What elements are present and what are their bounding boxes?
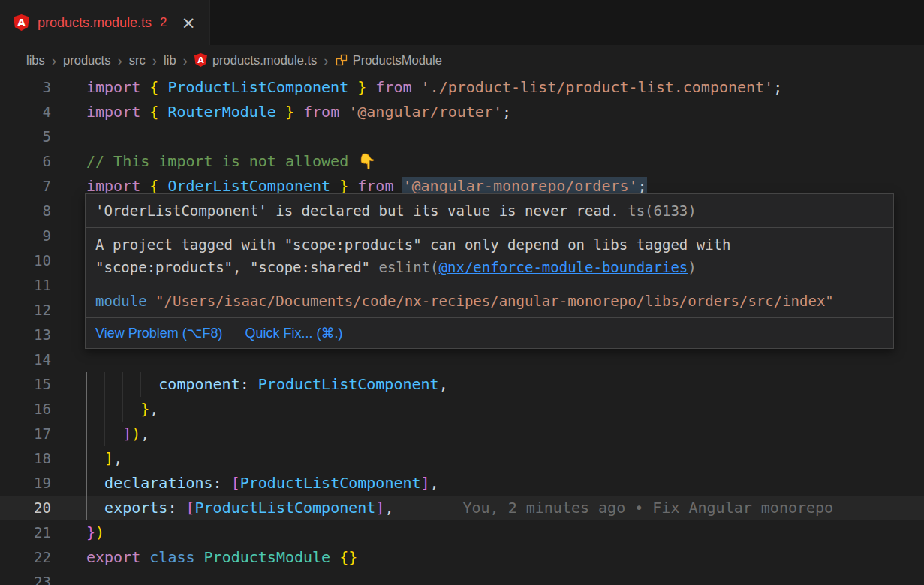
code-token: }: [140, 400, 149, 418]
code-token: component: [158, 375, 239, 393]
code-token: ProductListComponent: [240, 474, 421, 492]
code-line-22[interactable]: 22export class ProductsModule {}: [0, 545, 924, 570]
angular-icon: A: [14, 14, 29, 31]
code-token: ;: [502, 103, 511, 121]
code-line-17[interactable]: 17 ]),: [0, 422, 924, 446]
code-token: exports: [104, 499, 167, 517]
breadcrumb-label: ProductsModule: [353, 53, 442, 68]
code-token: {: [149, 78, 158, 96]
code-line-21[interactable]: 21}): [0, 520, 924, 545]
code-line-content[interactable]: import { ProductListComponent } from './…: [68, 75, 924, 100]
code-line-content[interactable]: import { RouterModule } from '@angular/r…: [68, 100, 924, 124]
breadcrumb-item-productsmodule[interactable]: ProductsModule: [336, 53, 442, 68]
breadcrumb-item-products-module-ts[interactable]: Aproducts.module.ts: [194, 53, 317, 68]
code-token: import: [86, 177, 149, 195]
code-token: [: [231, 474, 240, 492]
line-number[interactable]: 16: [0, 397, 68, 422]
close-icon[interactable]: ×: [182, 14, 196, 32]
indent-guide: [122, 397, 123, 422]
indent-guide: [104, 422, 105, 446]
line-number[interactable]: 9: [0, 224, 68, 248]
code-line-18[interactable]: 18 ],: [0, 446, 924, 471]
class-symbol-icon: [336, 54, 348, 66]
code-line-content[interactable]: // This import is not allowed 👇: [68, 149, 924, 174]
code-line-content[interactable]: [68, 124, 924, 149]
eslint-rule-link[interactable]: @nx/enforce-module-boundaries: [439, 259, 688, 275]
module-info-row: module "/Users/isaac/Documents/code/nx-r…: [86, 284, 893, 318]
code-line-content[interactable]: component: ProductListComponent,: [68, 372, 924, 397]
code-token: [348, 177, 357, 195]
code-token: export: [86, 548, 149, 566]
code-line-content[interactable]: declarations: [ProductListComponent],: [68, 471, 924, 496]
breadcrumb-item-libs[interactable]: libs: [26, 53, 45, 68]
code-token: }: [357, 78, 366, 96]
breadcrumb-item-src[interactable]: src: [129, 53, 146, 68]
code-token: [86, 474, 104, 492]
line-number[interactable]: 14: [0, 347, 68, 372]
line-number[interactable]: 23: [0, 570, 68, 585]
code-line-14[interactable]: 14: [0, 347, 924, 372]
line-number[interactable]: 21: [0, 520, 68, 545]
indent-guide: [86, 422, 87, 446]
code-line-content[interactable]: },: [68, 397, 924, 422]
line-number[interactable]: 6: [0, 149, 68, 174]
indent-guide: [104, 372, 105, 397]
code-line-content[interactable]: [68, 570, 924, 585]
breadcrumb-label: lib: [164, 53, 176, 68]
code-line-20[interactable]: 20 exports: [ProductListComponent],You, …: [0, 496, 924, 520]
code-token: }: [339, 177, 348, 195]
code-token: '@angular-monorepo/orders': [402, 177, 637, 195]
code-line-23[interactable]: 23: [0, 570, 924, 585]
code-token: ]: [421, 474, 430, 492]
code-line-3[interactable]: 3import { ProductListComponent } from '.…: [0, 75, 924, 100]
code-line-6[interactable]: 6// This import is not allowed 👇: [0, 149, 924, 174]
code-line-content[interactable]: export class ProductsModule {}: [68, 545, 924, 570]
code-token: from: [357, 177, 402, 195]
breadcrumb-item-products[interactable]: products: [63, 53, 110, 68]
module-info: module "/Users/isaac/Documents/code/nx-r…: [95, 290, 838, 312]
quick-fix-button[interactable]: Quick Fix... (⌘.): [245, 324, 342, 342]
hover-action-bar: View Problem (⌥F8) Quick Fix... (⌘.): [86, 318, 893, 348]
line-number[interactable]: 7: [0, 174, 68, 199]
indent-guide: [86, 372, 87, 397]
diagnostic-source-close: ): [688, 259, 696, 275]
line-number[interactable]: 19: [0, 471, 68, 496]
code-token: ,: [149, 400, 158, 418]
line-number[interactable]: 12: [0, 298, 68, 322]
code-line-4[interactable]: 4import { RouterModule } from '@angular/…: [0, 100, 924, 124]
code-token: ProductListComponent: [195, 499, 376, 517]
line-number[interactable]: 4: [0, 100, 68, 124]
line-number[interactable]: 11: [0, 273, 68, 298]
breadcrumb-separator: ›: [183, 53, 188, 68]
diagnostic-source-open: eslint(: [370, 259, 439, 275]
code-line-content[interactable]: ],: [68, 446, 924, 471]
line-number[interactable]: 5: [0, 124, 68, 149]
indent-guide: [104, 397, 105, 422]
code-token: [86, 499, 104, 517]
code-line-content[interactable]: exports: [ProductListComponent],You, 2 m…: [68, 496, 924, 520]
code-line-19[interactable]: 19 declarations: [ProductListComponent],: [0, 471, 924, 496]
code-token: {: [149, 177, 158, 195]
line-number[interactable]: 18: [0, 446, 68, 471]
code-line-16[interactable]: 16 },: [0, 397, 924, 422]
code-token: ): [95, 524, 104, 542]
line-number[interactable]: 8: [0, 199, 68, 224]
code-line-content[interactable]: }): [68, 520, 924, 545]
line-number[interactable]: 22: [0, 545, 68, 570]
code-line-15[interactable]: 15 component: ProductListComponent,: [0, 372, 924, 397]
code-token: :: [167, 499, 185, 517]
line-number[interactable]: 10: [0, 248, 68, 273]
code-line-content[interactable]: [68, 347, 924, 372]
line-number[interactable]: 15: [0, 372, 68, 397]
code-line-content[interactable]: ]),: [68, 422, 924, 446]
line-number[interactable]: 17: [0, 422, 68, 446]
line-number[interactable]: 3: [0, 75, 68, 100]
breadcrumb-item-lib[interactable]: lib: [164, 53, 176, 68]
line-number[interactable]: 20: [0, 496, 68, 520]
tab-products-module-ts[interactable]: A products.module.ts 2 ×: [0, 0, 210, 45]
code-token: [: [185, 499, 194, 517]
code-line-5[interactable]: 5: [0, 124, 924, 149]
line-number[interactable]: 13: [0, 322, 68, 347]
view-problem-button[interactable]: View Problem (⌥F8): [95, 324, 222, 342]
tab-bar: A products.module.ts 2 ×: [0, 0, 924, 45]
